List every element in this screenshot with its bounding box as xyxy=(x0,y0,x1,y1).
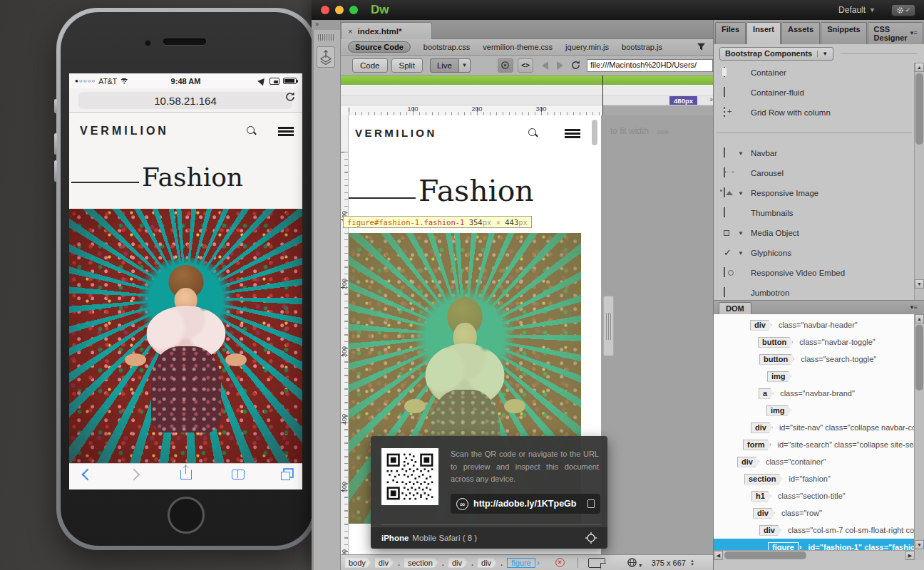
code-navigator-button[interactable]: <> xyxy=(518,58,533,73)
scrollbar-thumb[interactable] xyxy=(724,551,806,559)
dom-tag[interactable]: img xyxy=(767,371,792,382)
tag-selector-div[interactable]: div xyxy=(448,558,467,568)
insert-item-grid-row-with-column[interactable]: Grid Row with column xyxy=(714,103,915,123)
insert-item-carousel[interactable]: Carousel xyxy=(714,163,915,183)
scrollbar-thumb[interactable] xyxy=(915,325,923,390)
scroll-up-icon[interactable]: ▲ xyxy=(915,63,924,72)
insert-scrollbar[interactable]: ▲ ▼ xyxy=(914,63,924,300)
panel-menu-icon[interactable]: ▼≡ xyxy=(909,304,920,312)
forward-icon[interactable] xyxy=(557,61,563,70)
dom-tag[interactable]: a xyxy=(759,388,774,399)
dom-tag[interactable]: div xyxy=(759,525,781,536)
dom-row[interactable]: buttonclass="navbar-toggle" xyxy=(714,333,915,351)
dom-row[interactable]: h1class="section-title" xyxy=(714,487,915,504)
search-icon[interactable] xyxy=(528,128,539,139)
dom-tag[interactable]: div xyxy=(737,457,759,467)
tag-selector-body[interactable]: body xyxy=(345,558,371,568)
dom-row[interactable]: aclass="navbar-brand" xyxy=(714,385,915,402)
document-tab[interactable]: × index.html* xyxy=(341,22,432,39)
related-file[interactable]: jquery.min.js xyxy=(565,43,609,51)
live-view-button[interactable]: Live ▼ xyxy=(430,58,471,73)
minimize-window-button[interactable] xyxy=(335,6,344,14)
back-icon[interactable] xyxy=(542,61,548,70)
preview-url-pill[interactable]: ∞ http://adobe.ly/1KTpeGb xyxy=(451,494,600,514)
address-input[interactable]: file:///Macintosh%20HD/Users/ xyxy=(587,59,713,72)
insert-item-responsive-image[interactable]: ▼Responsive Image xyxy=(714,183,915,203)
insert-item-container[interactable]: Container xyxy=(714,63,915,83)
code-view-button[interactable]: Code xyxy=(352,58,388,73)
insert-item-jumbotron[interactable]: Jumbotron xyxy=(714,283,915,300)
dom-tag[interactable]: button xyxy=(759,354,794,365)
dom-scrollbar[interactable]: ▲ ▼ xyxy=(914,314,924,560)
viewport-size-badge[interactable]: 480px xyxy=(669,96,697,105)
dom-tag[interactable]: h1 xyxy=(751,491,771,502)
scrollbar-thumb[interactable] xyxy=(915,73,923,145)
insert-item-glyphicons[interactable]: ✓▼Glyphicons xyxy=(714,243,915,263)
scroll-down-icon[interactable]: ▼ xyxy=(915,279,924,289)
dom-horizontal-scrollbar[interactable]: ◀ ▶ xyxy=(714,550,915,560)
error-icon[interactable]: × xyxy=(555,558,565,567)
dom-row[interactable]: divclass="row" xyxy=(714,504,915,522)
gear-check-button[interactable]: ✓ xyxy=(891,4,915,16)
related-file[interactable]: vermilion-theme.css xyxy=(483,43,553,51)
dom-panel-tab[interactable]: DOM xyxy=(719,302,751,314)
dom-row[interactable]: divid="site-nav" class="collapse navbar-… xyxy=(714,419,915,436)
panel-tab-snippets[interactable]: Snippets xyxy=(821,22,866,44)
tag-selector-div[interactable]: div xyxy=(478,558,496,568)
page-scrollbar[interactable] xyxy=(592,120,597,145)
dom-row[interactable]: formid="site-search" class="collapse sit… xyxy=(714,436,915,453)
scroll-down-icon[interactable]: ▼ xyxy=(915,540,924,549)
tag-selector-figure[interactable]: figure xyxy=(507,558,535,568)
zoom-window-button[interactable] xyxy=(349,6,358,14)
panel-tab-assets[interactable]: Assets xyxy=(781,22,820,44)
insert-item-thumbnails[interactable]: Thumbnails xyxy=(714,203,915,223)
monitor-icon[interactable] xyxy=(588,558,605,568)
dom-row[interactable]: img xyxy=(714,368,915,385)
section-heading[interactable]: Fashion xyxy=(419,174,534,208)
scroll-up-icon[interactable]: ▲ xyxy=(915,314,924,323)
hamburger-icon[interactable] xyxy=(565,129,580,138)
copy-icon[interactable] xyxy=(587,499,595,508)
filter-icon[interactable] xyxy=(697,42,706,53)
scroll-right-icon[interactable]: ▶ xyxy=(905,551,915,560)
insert-item-media-object[interactable]: ▼Media Object xyxy=(714,223,915,243)
device-preview-icon[interactable]: ▼ xyxy=(627,557,643,568)
dom-tag[interactable]: div xyxy=(751,423,773,433)
related-file[interactable]: Source Code xyxy=(348,41,411,53)
insert-item-container-fluid[interactable]: Container-fluid xyxy=(714,83,915,103)
dom-tag[interactable]: button xyxy=(758,337,793,348)
related-file[interactable]: bootstrap.js xyxy=(622,43,662,51)
refresh-icon[interactable] xyxy=(570,60,581,71)
close-window-button[interactable] xyxy=(321,6,329,14)
chevron-down-icon[interactable]: ▼ xyxy=(459,58,471,73)
workspace-switcher[interactable]: Default ▼ xyxy=(838,5,876,15)
dom-tag[interactable]: form xyxy=(743,440,771,450)
extract-panel-icon[interactable] xyxy=(317,46,335,68)
dom-tag[interactable]: img xyxy=(766,405,791,416)
site-logo[interactable]: VERMILION xyxy=(355,127,437,139)
expand-panels-icon[interactable]: » xyxy=(312,20,340,30)
panel-tab-insert[interactable]: Insert xyxy=(746,22,781,44)
tab-close-icon[interactable]: × xyxy=(348,27,352,36)
related-file[interactable]: bootstrap.css xyxy=(423,43,470,51)
tag-selector-section[interactable]: section xyxy=(404,558,438,568)
split-view-button[interactable]: Split xyxy=(391,58,423,73)
dom-tag[interactable]: div xyxy=(753,508,775,519)
insert-category-dropdown[interactable]: Bootstrap Components ▼ xyxy=(719,47,833,61)
dom-row[interactable]: divclass="col-sm-7 col-sm-float-right co… xyxy=(714,522,915,539)
dom-row[interactable]: buttonclass="search-toggle" xyxy=(714,351,915,368)
panel-tab-files[interactable]: Files xyxy=(715,22,746,44)
dom-row[interactable]: sectionid="fashion" xyxy=(714,470,915,487)
insert-item-navbar[interactable]: ▼Navbar xyxy=(714,143,915,163)
dom-row[interactable]: divclass="container" xyxy=(714,453,915,470)
tag-selector-div[interactable]: div xyxy=(375,558,394,568)
scroll-left-icon[interactable]: ◀ xyxy=(714,551,723,560)
viewport-resize-handle[interactable] xyxy=(603,296,614,356)
panel-menu-icon[interactable]: ▼≡ xyxy=(909,30,920,38)
media-query-bar[interactable] xyxy=(341,76,713,86)
insert-item-responsive-video-embed[interactable]: Responsive Video Embed xyxy=(714,263,915,283)
dom-row[interactable]: divclass="navbar-header" xyxy=(714,316,915,333)
dom-tag[interactable]: div xyxy=(750,320,772,331)
preview-url[interactable]: http://adobe.ly/1KTpeGb xyxy=(473,499,582,509)
locate-device-icon[interactable] xyxy=(585,532,597,544)
